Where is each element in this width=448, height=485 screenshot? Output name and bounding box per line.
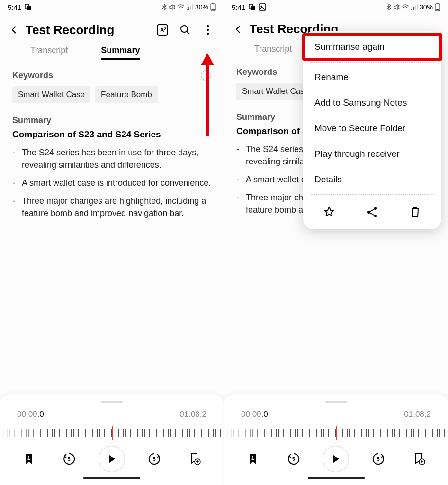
favourite-button[interactable] [320, 203, 339, 222]
tab-bar: Transcript Summary [0, 42, 224, 60]
svg-rect-8 [212, 9, 215, 10]
keywords-label: Keywords [12, 71, 53, 81]
keywords-label: Keywords [236, 67, 277, 77]
battery-icon [435, 3, 440, 11]
svg-rect-24 [413, 7, 414, 10]
svg-point-12 [207, 25, 209, 27]
list-item: -Three major changes are highlighted, in… [12, 195, 211, 219]
menu-rename[interactable]: Rename [303, 64, 441, 90]
search-button[interactable] [177, 22, 193, 38]
tab-summary[interactable]: Summary [101, 45, 140, 60]
forward-5-button[interactable]: 5 [143, 448, 166, 470]
add-bookmark-button[interactable] [408, 448, 430, 470]
home-indicator[interactable] [308, 477, 365, 479]
menu-details[interactable]: Details [303, 167, 441, 192]
tab-transcript[interactable]: Transcript [254, 44, 292, 57]
battery-pct: 30% [420, 3, 433, 11]
app-header: Test Recording A [0, 13, 224, 42]
time-total: 01:08.2 [179, 410, 206, 419]
svg-text:5: 5 [377, 457, 380, 462]
drag-handle[interactable] [325, 401, 347, 403]
forward-5-button[interactable]: 5 [367, 448, 390, 470]
rewind-5-button[interactable]: 5 [282, 448, 305, 470]
summary-label: Summary [12, 116, 211, 126]
svg-rect-29 [436, 9, 439, 10]
list-item: -The S24 series has been in use for thre… [12, 146, 211, 171]
home-indicator[interactable] [83, 477, 140, 479]
svg-rect-2 [187, 9, 188, 10]
multitask-icon [248, 3, 256, 11]
svg-rect-20 [251, 6, 255, 10]
timeline-ruler[interactable] [0, 424, 224, 440]
battery-pct: 30% [195, 3, 208, 11]
divider [311, 62, 434, 63]
divider [311, 194, 434, 195]
delete-button[interactable] [406, 203, 425, 222]
share-button[interactable] [363, 203, 382, 222]
svg-rect-25 [415, 6, 416, 10]
playhead[interactable] [112, 426, 113, 440]
svg-text:5: 5 [292, 457, 295, 462]
menu-play-receiver[interactable]: Play through receiver [303, 141, 441, 167]
status-bar: 5:41 30% [224, 0, 448, 13]
svg-point-11 [181, 26, 188, 32]
back-button[interactable] [232, 23, 245, 36]
screenshot-left: 5:41 30% Test Recording A [0, 0, 224, 485]
menu-move-secure-folder[interactable]: Move to Secure Folder [303, 116, 441, 141]
time-current: 00:00.0 [241, 410, 268, 419]
more-button[interactable] [200, 22, 216, 38]
mute-icon [393, 4, 400, 10]
keyword-chip[interactable]: Smart Wallet Case [12, 86, 90, 103]
battery-icon [210, 3, 216, 11]
drag-handle[interactable] [101, 401, 123, 403]
svg-text:5: 5 [153, 457, 156, 462]
bookmark-button[interactable]: 1 [242, 448, 264, 470]
menu-add-samsung-notes[interactable]: Add to Samsung Notes [303, 90, 441, 116]
status-time: 5:41 [8, 3, 21, 11]
player-panel[interactable]: 00:00.0 01:08.2 1 5 5 [0, 394, 224, 485]
keyword-chip[interactable]: Feature Bomb [95, 86, 158, 103]
player-controls: 1 5 5 [224, 443, 448, 472]
play-button[interactable] [99, 446, 125, 472]
svg-point-32 [374, 215, 377, 217]
summary-heading: Comparison of S23 and S24 Series [12, 129, 211, 140]
svg-text:1: 1 [27, 456, 30, 461]
content-area: Keywords ! Smart Wallet Case Feature Bom… [0, 60, 224, 219]
svg-rect-1 [27, 6, 31, 10]
translate-button[interactable]: A [154, 22, 170, 38]
overflow-menu: Summarise again Rename Add to Samsung No… [303, 31, 441, 229]
bluetooth-icon [162, 4, 167, 10]
play-button[interactable] [323, 446, 349, 472]
rewind-5-button[interactable]: 5 [58, 448, 81, 470]
signal-icon [411, 4, 418, 10]
playhead[interactable] [336, 426, 337, 440]
back-button[interactable] [8, 23, 21, 36]
add-bookmark-button[interactable] [183, 448, 206, 470]
svg-rect-7 [212, 3, 214, 4]
bookmark-button[interactable]: 1 [18, 448, 40, 470]
menu-actions [303, 197, 441, 225]
svg-point-13 [207, 29, 209, 31]
svg-text:1: 1 [251, 456, 254, 461]
wifi-icon [177, 4, 185, 10]
tab-transcript[interactable]: Transcript [30, 45, 68, 60]
svg-rect-23 [411, 9, 412, 10]
keyword-chips: Smart Wallet Case Feature Bomb [12, 86, 211, 103]
timeline-ruler[interactable] [224, 424, 448, 440]
info-icon[interactable]: ! [201, 70, 211, 81]
keywords-header: Keywords ! [12, 70, 211, 81]
player-panel[interactable]: 00:00.0 01:08.2 1 5 5 [224, 394, 448, 485]
svg-point-30 [367, 211, 370, 214]
svg-rect-26 [417, 4, 418, 10]
svg-rect-4 [190, 6, 191, 10]
mute-icon [169, 4, 175, 10]
time-total: 01:08.2 [404, 410, 431, 419]
svg-text:A: A [160, 27, 164, 34]
player-controls: 1 5 5 [0, 443, 224, 472]
time-row: 00:00.0 01:08.2 [0, 410, 224, 419]
multitask-icon [24, 3, 32, 11]
page-title: Test Recording [26, 23, 148, 37]
menu-summarise-again[interactable]: Summarise again [303, 34, 441, 60]
svg-rect-5 [192, 4, 193, 10]
svg-point-22 [261, 6, 262, 7]
